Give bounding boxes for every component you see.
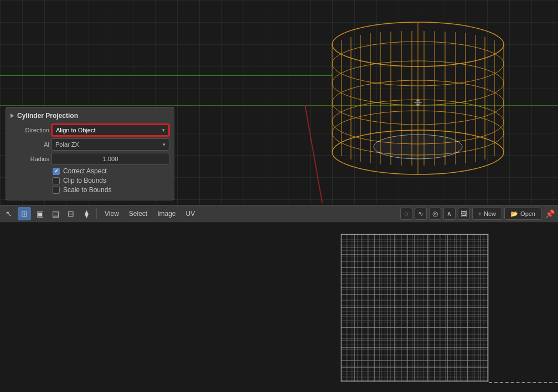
image-icon[interactable]: 🖼 [458,208,470,220]
camera-icon[interactable]: ◎ [429,208,441,220]
panel-header: Cylinder Projection [11,112,169,120]
view-menu-item[interactable]: View [100,208,123,220]
scale-to-bounds-label: Scale to Bounds [63,186,111,194]
viewport-icon-2[interactable]: ∿ [415,208,427,220]
scale-to-bounds-row: Scale to Bounds [53,186,169,194]
panel-title: Cylinder Projection [17,112,78,120]
new-button[interactable]: + New [472,208,502,220]
chevron-down-icon-2: ▾ [163,142,166,147]
view-mode-icon-3[interactable]: ⊟ [64,207,78,220]
toolbar-menu: View Select Image UV [100,208,199,220]
radius-label: Radius [11,156,49,162]
panel-collapse-icon[interactable] [11,114,14,118]
separator-1 [96,208,97,219]
uv-dashed-line [489,382,558,383]
cylinder-projection-panel: Cylinder Projection Direction Align to O… [6,107,174,200]
direction-value: Align to Object [56,127,96,133]
uv-menu-item[interactable]: UV [182,208,200,220]
wave-icon[interactable]: ∧ [443,208,456,220]
viewport-icon-1[interactable]: ○ [400,208,412,220]
pin-icon[interactable]: 📌 [544,208,556,220]
clip-to-bounds-row: Clip to Bounds [53,177,169,184]
plus-icon: + [478,210,482,217]
cursor-tool-icon[interactable]: ↖ [2,207,16,220]
view-mode-icon-2[interactable]: ▤ [49,207,62,220]
align-value: Polar ZX [55,141,79,148]
select-menu-item[interactable]: Select [125,208,152,220]
image-menu-item[interactable]: Image [153,208,180,220]
cylinder-3d [321,11,515,188]
open-label: Open [520,210,535,217]
clip-to-bounds-checkbox[interactable] [53,177,60,184]
direction-dropdown[interactable]: Align to Object ▾ [51,124,169,136]
radius-row: Radius 1.000 [11,153,169,165]
view-mode-icon-1[interactable]: ▣ [33,207,46,220]
chevron-down-icon: ▾ [162,127,165,133]
radius-value: 1.000 [103,156,118,162]
clip-to-bounds-label: Clip to Bounds [63,177,106,184]
viewport-uv [0,223,558,392]
align-dropdown[interactable]: Polar ZX ▾ [51,138,169,151]
correct-aspect-label: Correct Aspect [63,167,107,175]
folder-icon: 📂 [510,210,518,218]
align-row: Al Polar ZX ▾ [11,138,169,151]
align-label: Al [11,141,49,148]
open-button[interactable]: 📂 Open [504,208,541,220]
axis-green [0,75,332,76]
radius-input[interactable]: 1.000 [51,153,169,165]
correct-aspect-checkbox[interactable] [53,168,60,175]
svg-point-26 [374,135,462,159]
main-toolbar: ↖ ⊞ ▣ ▤ ⊟ ⧫ View Select Image UV ○ ∿ ◎ ∧… [0,205,558,223]
axis-red [304,105,323,204]
new-label: New [484,210,496,217]
uv-editor-icon[interactable]: ⊞ [18,207,31,220]
toolbar-right-section: ○ ∿ ◎ ∧ 🖼 + New 📂 Open 📌 [400,208,556,220]
correct-aspect-row: Correct Aspect [53,167,169,175]
uv-grid [340,234,489,382]
overlay-icon[interactable]: ⧫ [80,207,93,220]
scale-to-bounds-checkbox[interactable] [53,187,60,194]
direction-row: Direction Align to Object ▾ [11,124,169,136]
direction-label: Direction [11,127,49,133]
